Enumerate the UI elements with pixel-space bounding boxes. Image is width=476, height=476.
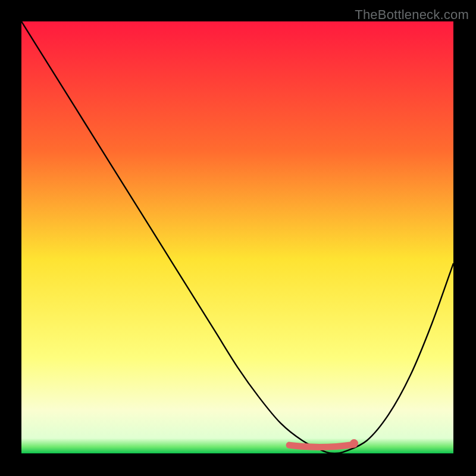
bottleneck-curve [21,21,453,453]
chart-frame: TheBottleneck.com [0,0,476,476]
marker-end-dot [350,439,358,447]
marker-band [289,444,354,447]
plot-area [21,21,453,453]
curve-layer [21,21,453,453]
watermark-text: TheBottleneck.com [355,7,469,23]
